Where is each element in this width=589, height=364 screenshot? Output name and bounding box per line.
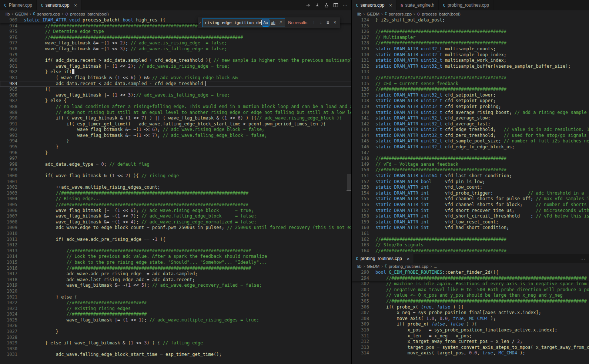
code-line[interactable]: 1014 // Lock the previous adc value. Aft…: [0, 254, 351, 260]
code-line[interactable]: 307 x_neg = sys_probe_position_final[axe…: [352, 310, 589, 316]
line-number[interactable]: 127: [352, 35, 369, 41]
line-number[interactable]: 129: [352, 46, 369, 52]
code-line[interactable]: 1026: [0, 323, 351, 329]
line-number[interactable]: 1011: [0, 237, 17, 243]
code-line[interactable]: 141static DRAM_ATTR uint32_t cfd_average…: [352, 115, 589, 121]
line-number[interactable]: 146: [352, 144, 369, 150]
code-line[interactable]: 305 //##################################…: [352, 299, 589, 304]
close-icon[interactable]: ×: [407, 256, 410, 261]
line-number[interactable]: 1012: [0, 242, 17, 248]
line-number[interactable]: 136: [352, 87, 369, 92]
line-number[interactable]: 1004: [0, 196, 17, 202]
line-number[interactable]: 1022: [0, 300, 17, 306]
tab-sensors-cpp[interactable]: C sensors.cpp ×: [352, 0, 396, 10]
line-number[interactable]: 987: [0, 98, 17, 104]
line-number[interactable]: 1029: [0, 340, 17, 346]
line-number[interactable]: 125: [352, 23, 369, 29]
line-number[interactable]: 994: [0, 138, 17, 144]
line-number[interactable]: 1002: [0, 185, 17, 191]
code-line[interactable]: 1021 } else {: [0, 294, 351, 300]
line-number[interactable]: 134: [352, 75, 369, 81]
code-line[interactable]: 152static DRAM_ATTR bool vfd_pin_is_low;: [352, 179, 589, 185]
line-number[interactable]: 124: [352, 17, 369, 23]
line-number[interactable]: 158: [352, 213, 369, 219]
breadcrumb-item-symbol[interactable]: process_batch(bool): [422, 12, 461, 16]
line-number[interactable]: 311: [352, 333, 369, 339]
line-number[interactable]: 304: [352, 293, 369, 299]
line-number[interactable]: 290: [352, 270, 369, 276]
code-line[interactable]: 1012: [0, 242, 351, 248]
line-number[interactable]: 1031: [0, 352, 17, 358]
line-number[interactable]: 985: [0, 87, 17, 92]
split-editor-icon[interactable]: [332, 1, 340, 9]
line-number[interactable]: 1020: [0, 289, 17, 294]
line-number[interactable]: 128: [352, 40, 369, 46]
line-number[interactable]: 143: [352, 127, 369, 133]
line-number[interactable]: 142: [352, 121, 369, 127]
code-line[interactable]: 314 move_axis( target_pos, 0.0, true, MC…: [352, 350, 589, 356]
code-line[interactable]: 151static DRAM_ATTR uint64_t vfd_last_sh…: [352, 173, 589, 179]
code-line[interactable]: 998 adc_data.edge_type = 0; // default f…: [0, 162, 351, 168]
line-number[interactable]: 153: [352, 185, 369, 191]
code-line[interactable]: 1000 if( wave_flag_bitmask & (1 << 2) ){…: [0, 173, 351, 179]
line-number[interactable]: 139: [352, 104, 369, 110]
tab-probing-routines-cpp[interactable]: C probing_routines.cpp ×: [352, 254, 414, 263]
line-number[interactable]: 164: [352, 248, 369, 254]
line-number[interactable]: 150: [352, 167, 369, 173]
line-number[interactable]: 1010: [0, 231, 17, 237]
code-line[interactable]: 161: [352, 231, 589, 237]
line-number[interactable]: 979: [0, 52, 17, 58]
code-line[interactable]: 1009 adc_wave.edge_to_edge_block_count =…: [0, 225, 351, 231]
line-number[interactable]: 130: [352, 52, 369, 58]
line-number[interactable]: 302: [352, 281, 369, 287]
code-line[interactable]: 976 //##################################…: [0, 35, 351, 41]
code-line[interactable]: 1001: [0, 179, 351, 185]
code-line[interactable]: 143static DRAM_ATTR uint32_t cfd_edge_tr…: [352, 127, 589, 133]
breadcrumb-item-lib[interactable]: lib: [357, 264, 362, 269]
line-number[interactable]: 1007: [0, 213, 17, 219]
line-number[interactable]: 993: [0, 133, 17, 139]
line-number[interactable]: 303: [352, 287, 369, 293]
line-number[interactable]: 1030: [0, 346, 17, 352]
code-line[interactable]: 1017 adc_wave.adc_pre_rising_edge = adc_…: [0, 271, 351, 277]
code-line[interactable]: 992 wave_flag_bitmask &= ~(1 << 6); // a…: [0, 127, 351, 133]
code-line[interactable]: 989 // edge not rising but still at an e…: [0, 110, 351, 116]
line-number[interactable]: 132: [352, 64, 369, 70]
code-line[interactable]: 294 //##################################…: [352, 276, 589, 282]
line-number[interactable]: 981: [0, 64, 17, 70]
line-number[interactable]: 1000: [0, 173, 17, 179]
code-line[interactable]: 137static DRAM_ATTR uint32_t cfd_setpoin…: [352, 92, 589, 98]
code-line[interactable]: 302 // machine is idle again. Positions …: [352, 281, 589, 287]
code-line[interactable]: 148//###################################…: [352, 156, 589, 162]
breadcrumb-item-gedm[interactable]: GEDM: [367, 12, 380, 16]
code-line[interactable]: 1006 wave_flag_bitmask |= (1 << 6); // a…: [0, 208, 351, 214]
close-icon[interactable]: ×: [389, 3, 392, 8]
line-number[interactable]: 309: [352, 321, 369, 327]
close-icon[interactable]: ×: [331, 19, 338, 26]
find-input[interactable]: rising_edge_ignition_de Aa ab .*: [202, 18, 285, 27]
code-line[interactable]: 130static DRAM_ATTR uint32_t multisample…: [352, 52, 589, 58]
tab-sensors-cpp[interactable]: C sensors.cpp ×: [37, 0, 81, 10]
code-line[interactable]: 1008 wave_flag_bitmask &= ~(1 << 4); // …: [0, 219, 351, 225]
line-number[interactable]: 157: [352, 208, 369, 214]
line-number[interactable]: 151: [352, 173, 369, 179]
line-number[interactable]: 1019: [0, 283, 17, 289]
code-line[interactable]: 162//###################################…: [352, 237, 589, 243]
code-line[interactable]: 1005 //#################################…: [0, 202, 351, 208]
code-line[interactable]: 999: [0, 167, 351, 173]
line-number[interactable]: 154: [352, 191, 369, 196]
code-line[interactable]: 138static DRAM_ATTR uint32_t cfd_setpoin…: [352, 98, 589, 104]
code-line[interactable]: 308 move_axis( 1.0, 0.0, true, MC_CMD4 )…: [352, 316, 589, 322]
line-number[interactable]: 984: [0, 81, 17, 87]
breadcrumb-item-file[interactable]: sensors.cpp: [37, 12, 60, 16]
code-line[interactable]: 150//###################################…: [352, 167, 589, 173]
code-line[interactable]: 1013 //#################################…: [0, 248, 351, 254]
whole-word-toggle[interactable]: ab: [270, 19, 277, 26]
line-number[interactable]: 1024: [0, 311, 17, 317]
breadcrumb-item-symbol[interactable]: process_batch(bool): [70, 12, 109, 16]
code-line[interactable]: 313 target_pos = system_convert_axis_ste…: [352, 345, 589, 351]
code-line[interactable]: 1030: [0, 346, 351, 352]
code-line[interactable]: 124} i2s_shift_out_data_post;: [352, 17, 589, 23]
line-number[interactable]: 314: [352, 350, 369, 356]
arrow-down-icon[interactable]: [313, 1, 321, 9]
